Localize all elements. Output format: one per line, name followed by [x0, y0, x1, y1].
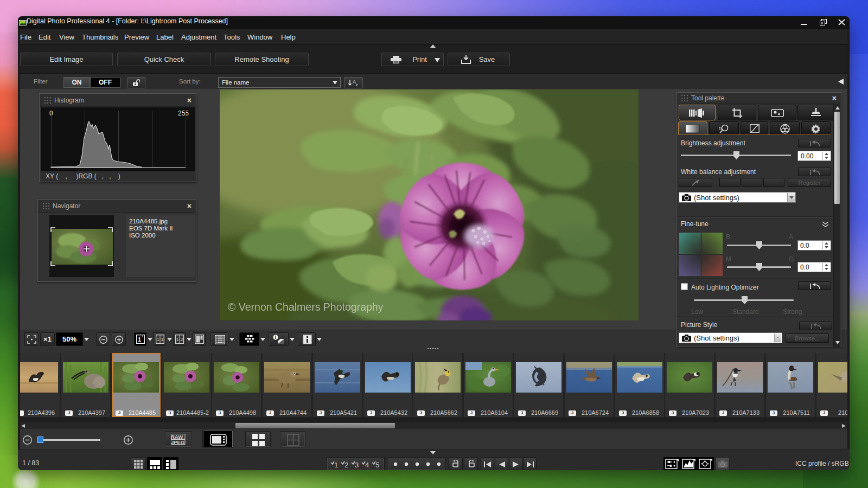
- svg-text:2: 2: [344, 461, 348, 468]
- svg-text:!: !: [275, 335, 276, 340]
- svg-text:z: z: [356, 83, 358, 87]
- svg-text:1: 1: [161, 337, 164, 342]
- svg-text:5: 5: [375, 461, 379, 468]
- svg-text:1: 1: [176, 337, 179, 342]
- svg-text:1: 1: [138, 336, 141, 343]
- svg-text:1: 1: [334, 461, 338, 468]
- svg-text:3: 3: [355, 461, 359, 468]
- svg-text:4: 4: [365, 461, 369, 468]
- svg-text:2: 2: [181, 337, 183, 342]
- svg-text:1: 1: [157, 337, 159, 342]
- svg-text:© Vernon Chalmers Photography: © Vernon Chalmers Photography: [228, 301, 384, 313]
